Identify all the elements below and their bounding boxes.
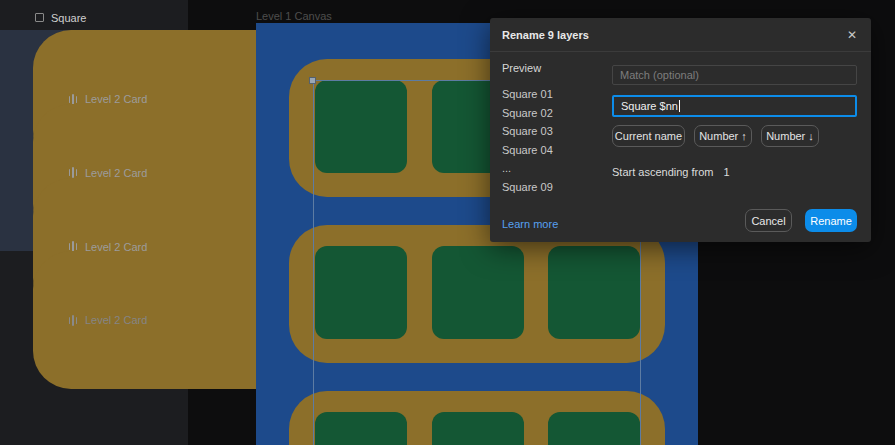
layer-row-square[interactable]: Square [0, 6, 188, 31]
current-name-button[interactable]: Current name [612, 125, 685, 147]
rename-layers-dialog: Rename 9 layers ✕ Preview Square 01 Squa… [490, 18, 871, 242]
preview-item: ... [502, 159, 553, 178]
rename-button[interactable]: Rename [805, 209, 857, 232]
canvas-card[interactable] [289, 391, 665, 445]
canvas-square[interactable] [315, 246, 407, 339]
text-caret [679, 100, 680, 112]
rename-pattern-input[interactable]: Square $nn [612, 95, 857, 117]
close-icon[interactable]: ✕ [841, 24, 863, 46]
number-ascending-button[interactable]: Number ↑ [694, 125, 752, 147]
dialog-header: Rename 9 layers [490, 18, 871, 52]
canvas-square[interactable] [432, 246, 524, 339]
dialog-actions: Cancel Rename [745, 209, 857, 232]
autolayout-icon [68, 315, 78, 326]
canvas-square[interactable] [315, 80, 407, 173]
canvas-square[interactable] [548, 412, 640, 445]
canvas-square[interactable] [432, 412, 524, 445]
layer-label: Level 2 Card [85, 314, 147, 326]
rename-pattern-value: Square $nn [621, 100, 678, 112]
preview-item: Square 02 [502, 104, 553, 123]
cancel-button[interactable]: Cancel [745, 209, 792, 232]
match-input[interactable]: Match (optional) [612, 65, 857, 85]
autolayout-icon [68, 94, 78, 105]
start-ascending-row: Start ascending from 1 [612, 166, 730, 178]
preview-item: Square 04 [502, 141, 553, 160]
layers-panel: Square Level 1 Canvas Level 2 Card Level… [0, 0, 188, 445]
layer-label: Square [51, 12, 86, 24]
preview-list: Square 01 Square 02 Square 03 Square 04 … [502, 85, 553, 196]
square-layer-icon [35, 13, 44, 22]
start-ascending-value[interactable]: 1 [724, 166, 730, 178]
preview-label: Preview [502, 62, 541, 74]
layer-tree: Square Level 1 Canvas Level 2 Card Level… [0, 6, 188, 301]
canvas-square[interactable] [315, 412, 407, 445]
dialog-title: Rename 9 layers [502, 29, 589, 41]
learn-more-link[interactable]: Learn more [502, 218, 558, 230]
preview-item: Square 09 [502, 178, 553, 197]
canvas-square[interactable] [548, 246, 640, 339]
canvas-card[interactable] [289, 225, 665, 363]
canvas-frame-label[interactable]: Level 1 Canvas [256, 10, 332, 22]
preview-item: Square 03 [502, 122, 553, 141]
insert-token-buttons: Current name Number ↑ Number ↓ [612, 125, 819, 147]
selection-handle[interactable] [309, 77, 316, 84]
number-descending-button[interactable]: Number ↓ [761, 125, 819, 147]
start-ascending-label: Start ascending from [612, 166, 714, 178]
match-input-placeholder: Match (optional) [620, 69, 699, 81]
preview-item: Square 01 [502, 85, 553, 104]
autolayout-icon [68, 167, 78, 178]
